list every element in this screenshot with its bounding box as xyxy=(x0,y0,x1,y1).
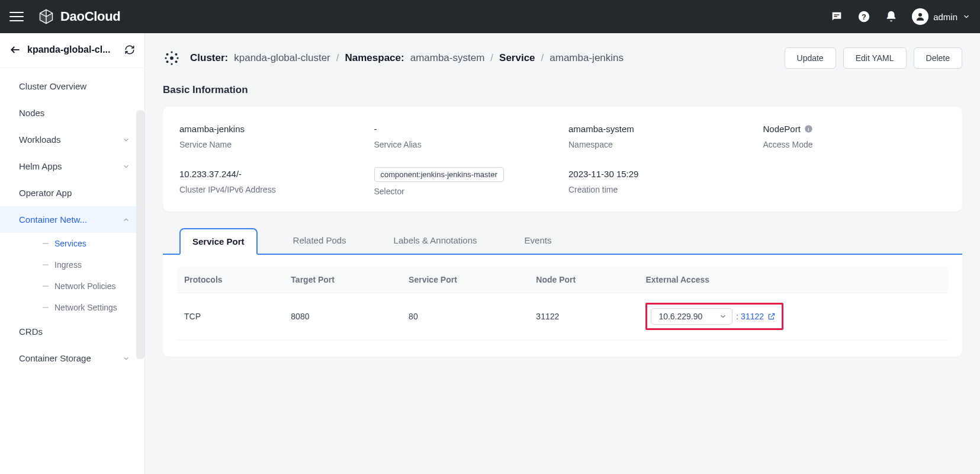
external-port-link[interactable]: : 31122 xyxy=(736,312,776,321)
selector-tag: component:jenkins-jenkins-master xyxy=(374,167,504,182)
info-service-name: amamba-jenkins Service Name xyxy=(179,122,362,149)
chevron-down-icon xyxy=(122,354,130,363)
sidebar-title: kpanda-global-cl... xyxy=(27,44,118,55)
external-ip-select[interactable]: 10.6.229.90 xyxy=(651,308,732,325)
nav-helm-apps[interactable]: Helm Apps xyxy=(0,153,144,180)
nav-nodes[interactable]: Nodes xyxy=(0,100,144,126)
user-menu[interactable]: admin xyxy=(912,8,971,25)
svg-point-10 xyxy=(175,60,178,63)
top-header: DaoCloud ? admin xyxy=(0,0,980,33)
edit-yaml-button[interactable]: Edit YAML xyxy=(843,47,907,69)
bc-sep: / xyxy=(490,52,493,64)
col-node-port: Node Port xyxy=(529,267,638,293)
cell-protocol: TCP xyxy=(177,293,284,340)
breadcrumb-row: Cluster: kpanda-global-cluster / Namespa… xyxy=(163,47,962,69)
logo-icon xyxy=(38,8,54,25)
bc-service-val: amamba-jenkins xyxy=(550,52,624,64)
svg-point-7 xyxy=(166,53,169,56)
brand[interactable]: DaoCloud xyxy=(38,8,120,25)
update-button[interactable]: Update xyxy=(785,47,836,69)
cell-external-access: 10.6.229.90 : 31122 xyxy=(638,293,948,340)
svg-point-11 xyxy=(165,57,166,59)
cell-node-port: 31122 xyxy=(529,293,638,340)
section-title: Basic Information xyxy=(163,84,962,96)
nav-operator-app[interactable]: Operator App xyxy=(0,180,144,206)
nav-ingress[interactable]: Ingress xyxy=(24,254,144,276)
tab-events[interactable]: Events xyxy=(513,228,564,255)
tab-service-port[interactable]: Service Port xyxy=(179,228,258,255)
info-namespace: amamba-system Namespace xyxy=(568,122,751,149)
svg-text:?: ? xyxy=(862,12,866,21)
nav-services[interactable]: Services xyxy=(24,233,144,254)
service-port-table-card: Protocols Target Port Service Port Node … xyxy=(163,255,962,357)
svg-rect-0 xyxy=(834,14,840,15)
sidebar-nav: Cluster Overview Nodes Workloads Helm Ap… xyxy=(0,68,144,474)
header-right: ? admin xyxy=(830,8,971,25)
message-icon[interactable] xyxy=(830,10,843,23)
cluster-icon xyxy=(163,49,181,67)
header-left: DaoCloud xyxy=(9,8,120,25)
info-selector: component:jenkins-jenkins-master Selecto… xyxy=(374,167,557,196)
svg-point-4 xyxy=(918,13,922,17)
nav-container-storage[interactable]: Container Storage xyxy=(0,345,144,371)
svg-point-9 xyxy=(166,60,169,63)
menu-toggle-button[interactable] xyxy=(9,9,24,24)
cell-target-port: 8080 xyxy=(284,293,401,340)
refresh-icon[interactable] xyxy=(124,44,135,55)
svg-point-12 xyxy=(176,57,178,59)
user-name: admin xyxy=(933,12,957,22)
svg-point-6 xyxy=(170,56,173,60)
chevron-down-icon xyxy=(122,162,130,171)
table-header-row: Protocols Target Port Service Port Node … xyxy=(177,267,948,293)
delete-button[interactable]: Delete xyxy=(914,47,962,69)
basic-info-card: amamba-jenkins Service Name - Service Al… xyxy=(163,107,962,212)
nav-network-policies[interactable]: Network Policies xyxy=(24,276,144,297)
chevron-up-icon xyxy=(122,216,130,224)
bc-sep: / xyxy=(541,52,544,64)
col-target-port: Target Port xyxy=(284,267,401,293)
nav-network-settings[interactable]: Network Settings xyxy=(24,297,144,318)
table-row: TCP 8080 80 31122 10.6.229.90 xyxy=(177,293,948,340)
main-content: Cluster: kpanda-global-cluster / Namespa… xyxy=(145,33,980,474)
chevron-down-icon xyxy=(719,312,727,321)
nav-workloads[interactable]: Workloads xyxy=(0,126,144,153)
bc-cluster-label: Cluster: xyxy=(190,52,228,64)
svg-point-14 xyxy=(171,63,172,65)
info-service-alias: - Service Alias xyxy=(374,122,557,149)
breadcrumb: Cluster: kpanda-global-cluster / Namespa… xyxy=(163,49,624,67)
info-icon[interactable]: i xyxy=(804,124,813,133)
info-creation-time: 2023-11-30 15:29 Creation time xyxy=(568,167,751,196)
nav-container-network[interactable]: Container Netw... xyxy=(0,206,144,233)
svg-text:i: i xyxy=(808,126,809,132)
cell-service-port: 80 xyxy=(401,293,529,340)
user-icon xyxy=(915,11,926,22)
bc-ns-label: Namespace: xyxy=(345,52,404,64)
sidebar: kpanda-global-cl... Cluster Overview Nod… xyxy=(0,33,145,474)
svg-rect-1 xyxy=(834,16,838,17)
sidebar-scrollbar[interactable] xyxy=(136,110,144,359)
page-actions: Update Edit YAML Delete xyxy=(785,47,962,69)
info-cluster-ip: 10.233.37.244/- Cluster IPv4/IPv6 Addres… xyxy=(179,167,362,196)
external-access-highlight: 10.6.229.90 : 31122 xyxy=(645,303,783,330)
tab-related-pods[interactable]: Related Pods xyxy=(281,228,358,255)
bell-icon[interactable] xyxy=(885,10,898,23)
help-icon[interactable]: ? xyxy=(857,10,870,23)
bc-service-label[interactable]: Service xyxy=(499,52,535,64)
chevron-down-icon xyxy=(122,136,130,144)
col-external-access: External Access xyxy=(638,267,948,293)
bc-sep: / xyxy=(336,52,339,64)
sidebar-header: kpanda-global-cl... xyxy=(0,33,144,68)
tabs: Service Port Related Pods Labels & Annot… xyxy=(163,227,962,255)
bc-ns-val[interactable]: amamba-system xyxy=(410,52,485,64)
brand-text: DaoCloud xyxy=(60,9,120,24)
bc-cluster-val[interactable]: kpanda-global-cluster xyxy=(234,52,330,64)
external-link-icon xyxy=(767,312,776,321)
nav-cluster-overview[interactable]: Cluster Overview xyxy=(0,73,144,100)
col-protocols: Protocols xyxy=(177,267,284,293)
service-port-table: Protocols Target Port Service Port Node … xyxy=(177,267,948,340)
back-arrow-icon[interactable] xyxy=(9,44,21,56)
tab-labels-annotations[interactable]: Labels & Annotations xyxy=(382,228,489,255)
nav-crds[interactable]: CRDs xyxy=(0,318,144,345)
nav-network-sub: Services Ingress Network Policies Networ… xyxy=(0,233,144,318)
col-service-port: Service Port xyxy=(401,267,529,293)
